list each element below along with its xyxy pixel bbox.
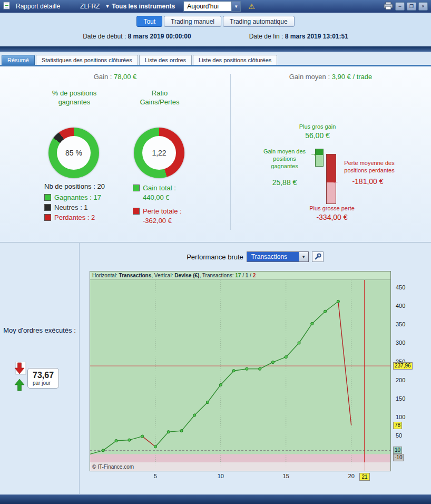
chart-info-bar: Horizontal: Transactions, Vertical: Devi… [90,272,390,280]
gain-moyen-gagnantes-label: Gain moyen des positions gagnantes [260,148,309,170]
green-square-icon [133,185,140,191]
y-tick: 300 [396,340,405,346]
tab-tout[interactable]: Tout [136,16,162,27]
winpct-title: % de positions gagnantes [50,89,99,106]
winning-positions-donut: 85 % [48,128,99,178]
x-tick: 20 [346,473,357,480]
gain-value: 78,00 € [114,73,136,81]
y-tick: 450 [396,284,405,290]
dark-square-icon [44,204,51,211]
instruments-dropdown-label: Tous les instruments [112,3,175,10]
gain-total-line: Gain : 78,00 € [0,73,230,81]
tab-resume[interactable]: Résumé [2,55,35,65]
arrow-right-icon: → [310,150,317,158]
arrow-left-icon: ← [332,177,339,185]
legend-perdantes: Perdantes : 2 [44,214,95,221]
x-tick: 10 [215,473,226,480]
chart-settings-button[interactable] [312,251,324,262]
winpct-value: 85 % [65,149,82,157]
svg-text:© IT-Finance.com: © IT-Finance.com [92,464,134,470]
minimize-button[interactable]: – [395,2,405,11]
nb-positions: Nb de positions : 20 [44,182,105,190]
orders-average-value: 73,67 [33,371,54,380]
print-button[interactable] [384,2,393,12]
sidebar-divider [79,243,80,494]
mode-tabs: Tout Trading manuel Trading automatique [0,16,431,27]
plus-gros-gain-label: Plus gros gain [279,123,356,130]
orders-average-title: Moy d'ordres exécutés : [0,326,79,335]
status-bar [0,495,431,504]
legend-gagnantes: Gagnantes : 17 [44,193,101,201]
gain-moyen-gagnantes-value: 25,88 € [260,178,309,187]
report-tabs: Résumé Statistiques des positions clôtur… [2,55,277,65]
tab-trading-automatique[interactable]: Trading automatique [223,16,295,27]
separator-bar [0,46,431,52]
ratio-value: 1,22 [152,149,166,157]
orders-average-unit: par jour [33,380,54,386]
y-tick-highlight: 78 [393,422,402,429]
titlebar: Rapport détaillé ZLFRZ ▼ Tous les instru… [0,0,431,13]
instruments-dropdown[interactable]: ▼ Tous les instruments [105,3,175,10]
performance-dropdown-value: Transactions [247,252,299,261]
combo-arrow-icon[interactable]: ▼ [299,252,308,261]
x-tick: 15 [281,473,291,480]
red-square-icon [133,208,140,215]
ratio-title: Ratio Gains/Pertes [134,89,185,106]
orders-average-card: 73,67 par jour [27,368,59,389]
maximize-button[interactable]: ❐ [407,2,416,11]
vertical-divider [230,74,231,230]
performance-chart: Horizontal: Transactions, Vertical: Devi… [90,271,391,471]
tab-liste-positions[interactable]: Liste des positions clôturées [193,55,277,65]
y-tick: 400 [396,303,405,309]
y-tick-highlight: 237,96 [393,362,413,370]
warning-icon: ⚠ [248,2,255,11]
perte-moyenne-value: -181,00 € [342,177,393,186]
y-tick: 200 [396,377,405,383]
plus-grosse-perte-value: -334,00 € [295,213,369,221]
y-tick: 150 [396,395,405,402]
window-title: Rapport détaillé [16,3,60,10]
red-square-icon [44,214,51,221]
performance-dropdown[interactable]: Transactions ▼ [247,251,309,262]
performance-toolbar: Performance brute Transactions ▼ [79,251,431,262]
y-tick-highlight: -10 [393,454,404,461]
perte-totale-value: -362,00 € [143,217,172,225]
perte-totale-legend: Perte totale : [133,207,182,215]
perte-moyenne-label: Perte moyenne des positions perdantes [342,159,396,174]
y-tick: 50 [396,432,402,439]
tab-trading-manuel[interactable]: Trading manuel [164,16,221,27]
y-axis-labels: 45040035030025020015010050237,967810-10 [393,280,420,476]
x-axis-labels: 510152021 [90,473,391,481]
close-button[interactable]: × [418,2,428,11]
combo-arrow-icon[interactable]: ▼ [231,2,240,11]
y-tick: 100 [396,414,405,420]
orders-average-widget: 73,67 par jour [13,362,59,394]
chevron-down-icon: ▼ [105,4,110,9]
summary-panel: Gain : 78,00 € % de positions gagnantes … [0,66,431,243]
orders-arrows-icon [13,362,26,394]
y-tick-highlight: 10 [393,447,402,454]
period-select[interactable]: Aujourd'hui ▼ [183,1,241,12]
date-end: Date de fin : 8 mars 2019 13:01:51 [249,33,348,40]
gain-loss-ratio-donut: 1,22 [134,128,184,178]
tab-statistiques[interactable]: Statistiques des positions clôturées [36,55,138,65]
gain-moyen-line: Gain moyen : 3,90 € / trade [230,73,431,81]
gain-total-value: 440,00 € [143,193,170,201]
green-square-icon [44,194,51,201]
x-tick: 5 [150,473,161,480]
gain-total-legend: Gain total : [133,184,176,192]
date-range: Date de début : 8 mars 2019 00:00:00 Dat… [0,33,431,40]
report-window: Rapport détaillé ZLFRZ ▼ Tous les instru… [0,0,431,504]
plus-gros-gain-value: 56,00 € [279,131,356,140]
instrument-code: ZLFRZ [80,3,100,10]
date-start: Date de début : 8 mars 2019 00:00:00 [83,33,191,40]
x-tick-cursor: 21 [359,473,369,481]
legend-neutres: Neutres : 1 [44,203,88,211]
equity-curve: © IT-Finance.com [90,280,390,471]
period-select-value: Aujourd'hui [184,3,231,10]
report-doc-icon [3,2,11,12]
y-tick: 350 [396,321,405,327]
performance-label: Performance brute [187,253,243,261]
tab-liste-ordres[interactable]: Liste des ordres [139,55,192,65]
filter-band: Tout Trading manuel Trading automatique … [0,13,431,46]
